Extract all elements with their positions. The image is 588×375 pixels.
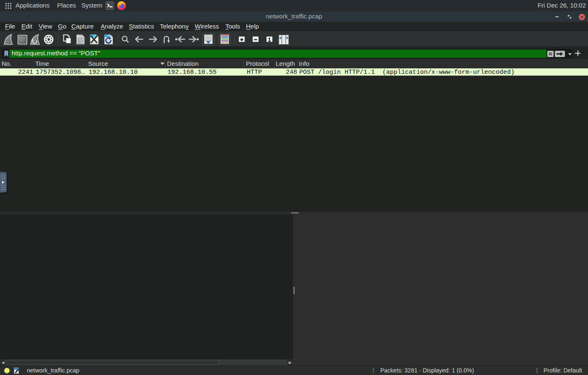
svg-text:0011: 0011 — [78, 42, 84, 44]
